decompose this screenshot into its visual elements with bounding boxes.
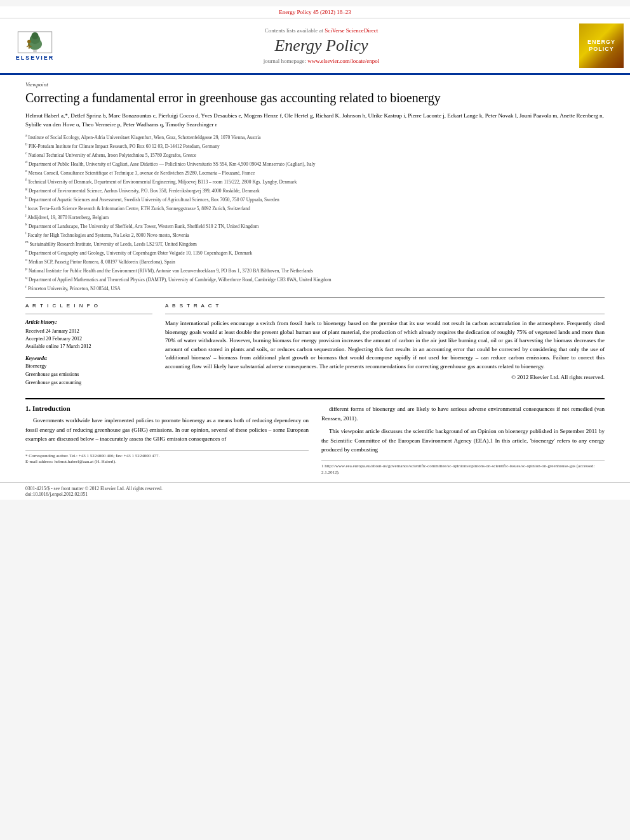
history-label: Article history: bbox=[25, 319, 152, 325]
article-title: Correcting a fundamental error in greenh… bbox=[25, 90, 605, 105]
affiliation-h: h Department of Aquatic Sciences and Ass… bbox=[25, 195, 605, 203]
homepage-link[interactable]: www.elsevier.com/locate/enpol bbox=[307, 58, 379, 64]
elsevier-tree-icon bbox=[16, 31, 54, 53]
affiliation-a: a Institute of Social Ecology, Alpen-Adr… bbox=[25, 133, 605, 141]
body-text-right: different forms of bioenergy and are lik… bbox=[321, 404, 605, 454]
keywords-label: Keywords: bbox=[25, 356, 152, 361]
footnote-area: * Corresponding author. Tel.: +43 1 5224… bbox=[25, 450, 309, 466]
intro-para-1: Governments worldwide have implemented p… bbox=[25, 416, 309, 443]
article-info-abstract: A R T I C L E I N F O Article history: R… bbox=[25, 303, 605, 387]
journal-center: Contents lists available at SciVerse Sci… bbox=[64, 27, 579, 64]
body-text-left: Governments worldwide have implemented p… bbox=[25, 416, 309, 443]
affiliations: a Institute of Social Ecology, Alpen-Adr… bbox=[25, 133, 605, 292]
viewpoint-label: Viewpoint bbox=[25, 81, 605, 88]
footer-copyright: 0301-4215/$ - see front matter © 2012 El… bbox=[25, 486, 163, 491]
elsevier-label: ELSEVIER bbox=[16, 55, 55, 61]
accepted-date: Accepted 20 February 2012 bbox=[25, 335, 152, 343]
journal-citation: Energy Policy 45 (2012) 18–23 bbox=[279, 9, 351, 15]
authors: Helmut Haberl a,*, Detlef Sprinz b, Marc… bbox=[25, 112, 605, 129]
keyword-3: Greenhouse gas accounting bbox=[25, 379, 152, 387]
abstract-text: Many international policies encourage a … bbox=[165, 319, 605, 382]
sciverse-link: Contents lists available at SciVerse Sci… bbox=[64, 27, 579, 34]
page: Energy Policy 45 (2012) 18–23 ELSEVIER bbox=[0, 6, 630, 500]
footnote-area-right: 1 http://www.eea.europa.eu/about-us/gove… bbox=[321, 460, 605, 476]
keyword-1: Bioenergy bbox=[25, 363, 152, 371]
divider-1 bbox=[25, 297, 605, 298]
affiliation-b: b PIK-Potsdam Institute for Climate Impa… bbox=[25, 142, 605, 150]
body-right: different forms of bioenergy and are lik… bbox=[321, 404, 605, 476]
received-date: Received 24 January 2012 bbox=[25, 328, 152, 335]
abstract-header: A B S T R A C T bbox=[165, 303, 605, 309]
affiliation-p: p National Institute for Public Health a… bbox=[25, 266, 605, 274]
affiliation-k: k Department of Landscape, The Universit… bbox=[25, 222, 605, 230]
affiliation-j: j Abdijdreef, 19, 3070 Kortenberg, Belgi… bbox=[25, 213, 605, 221]
affiliation-m: m Sustainability Research Institute, Uni… bbox=[25, 239, 605, 248]
available-date: Available online 17 March 2012 bbox=[25, 343, 152, 350]
keyword-2: Greenhouse gas emissions bbox=[25, 371, 152, 379]
bottom-divider bbox=[25, 398, 605, 399]
affiliation-i: i focus Terra-Earth Science Research & I… bbox=[25, 204, 605, 212]
authors-text: Helmut Haberl a,*, Detlef Sprinz b, Marc… bbox=[25, 112, 604, 128]
affiliation-n: n Department of Geography and Geology, U… bbox=[25, 248, 605, 257]
affiliation-d: d Department of Public Health, Universit… bbox=[25, 159, 605, 168]
journal-homepage: journal homepage: www.elsevier.com/locat… bbox=[64, 58, 579, 64]
journal-title: Energy Policy bbox=[64, 36, 579, 55]
affiliation-o: o Median SCP, Passeig Pintor Romero, 8, … bbox=[25, 257, 605, 265]
article-info-header: A R T I C L E I N F O bbox=[25, 303, 152, 309]
affiliation-e: e Mersea Conseil, Consultance Scientifiq… bbox=[25, 168, 605, 177]
main-content: Viewpoint Correcting a fundamental error… bbox=[0, 75, 630, 393]
abstract-column: A B S T R A C T Many international polic… bbox=[165, 303, 605, 387]
footnote-corresponding: * Corresponding author. Tel.: +43 1 5224… bbox=[25, 453, 309, 460]
affiliation-l: l Faculty for High Technologies and Syst… bbox=[25, 230, 605, 239]
journal-badge: ENERGY POLICY bbox=[579, 23, 624, 68]
body-content: 1. Introduction Governments worldwide ha… bbox=[0, 404, 630, 483]
journal-header: ELSEVIER Contents lists available at Sci… bbox=[0, 18, 630, 75]
divider-abstract bbox=[165, 314, 605, 314]
footer-doi: doi:10.1016/j.enpol.2012.02.051 bbox=[25, 491, 88, 497]
divider-info bbox=[25, 314, 152, 314]
article-info-column: A R T I C L E I N F O Article history: R… bbox=[25, 303, 152, 387]
affiliation-c: c National Technical University of Athen… bbox=[25, 150, 605, 159]
badge-title-line1: ENERGY bbox=[587, 39, 615, 46]
section1-title: 1. Introduction bbox=[25, 404, 309, 412]
copyright-text: © 2012 Elsevier Ltd. All rights reserved… bbox=[165, 373, 605, 382]
svg-point-4 bbox=[27, 39, 31, 43]
affiliation-q: q Department of Applied Mathematics and … bbox=[25, 275, 605, 283]
body-left: 1. Introduction Governments worldwide ha… bbox=[25, 404, 309, 476]
affiliation-g: g Department of Environmental Science, A… bbox=[25, 186, 605, 194]
affiliation-r: r Princeton University, Princeton, NJ 08… bbox=[25, 284, 605, 292]
page-footer: 0301-4215/$ - see front matter © 2012 El… bbox=[0, 483, 630, 500]
badge-title-line2: POLICY bbox=[589, 46, 614, 53]
elsevier-logo: ELSEVIER bbox=[6, 29, 64, 63]
sciverse-anchor[interactable]: SciVerse ScienceDirect bbox=[325, 27, 378, 34]
svg-point-3 bbox=[31, 32, 38, 39]
affiliation-f: f Technical University of Denmark, Depar… bbox=[25, 177, 605, 185]
top-bar: Energy Policy 45 (2012) 18–23 bbox=[0, 6, 630, 18]
footnote-1: 1 http://www.eea.europa.eu/about-us/gove… bbox=[321, 463, 605, 476]
footnote-email: E-mail address: helmut.haberl@aau.at (H.… bbox=[25, 459, 309, 465]
intro-para-3: This viewpoint article discusses the sci… bbox=[321, 427, 605, 454]
intro-para-2: different forms of bioenergy and are lik… bbox=[321, 404, 605, 423]
